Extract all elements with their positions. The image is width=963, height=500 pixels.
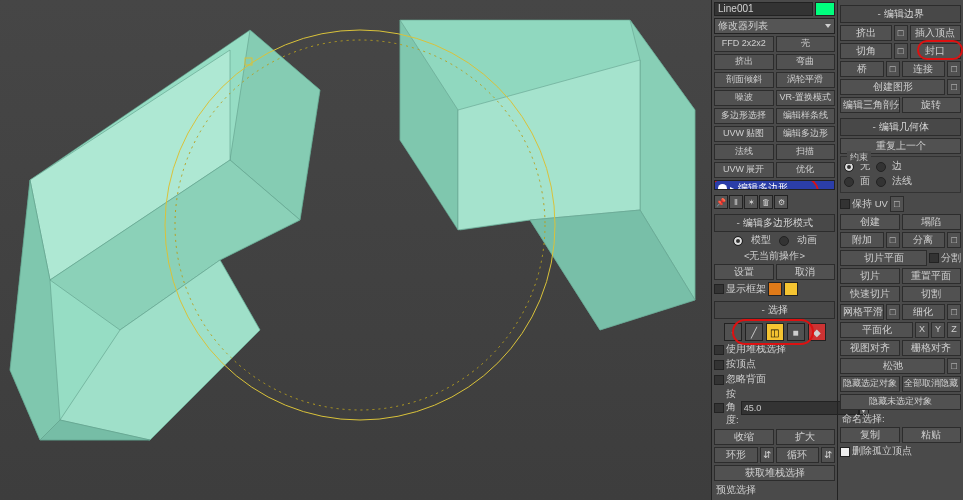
turn-button[interactable]: 旋转: [902, 97, 962, 113]
mod-btn[interactable]: 噪波: [714, 90, 774, 106]
mod-btn[interactable]: 涡轮平滑: [776, 72, 836, 88]
cancel-button[interactable]: 取消: [776, 264, 836, 280]
hide-sel-button[interactable]: 隐藏选定对象: [840, 376, 900, 392]
cut-button[interactable]: 切割: [902, 286, 962, 302]
show-end-icon[interactable]: Ⅱ: [729, 195, 743, 209]
chamfer-button[interactable]: 切角: [840, 43, 892, 59]
ignore-backface-check[interactable]: [714, 375, 724, 385]
rollout-edit-border[interactable]: 编辑边界: [840, 5, 961, 23]
subobj-vertex[interactable]: ∙: [724, 323, 742, 341]
shrink-button[interactable]: 收缩: [714, 429, 774, 445]
subobj-border[interactable]: ◫: [766, 323, 784, 341]
by-angle-check[interactable]: [714, 403, 724, 413]
relax-settings[interactable]: □: [947, 358, 961, 374]
split-check[interactable]: [929, 253, 939, 263]
create-button[interactable]: 创建: [840, 214, 900, 230]
mod-btn[interactable]: UVW 展开: [714, 162, 774, 178]
extrude-button[interactable]: 挤出: [840, 25, 892, 41]
pin-stack-icon[interactable]: 📌: [714, 195, 728, 209]
extrude-settings[interactable]: □: [894, 25, 908, 41]
remove-mod-icon[interactable]: 🗑: [759, 195, 773, 209]
preserve-uv-settings[interactable]: □: [890, 196, 904, 212]
del-iso-check[interactable]: [840, 447, 850, 457]
rollout-selection[interactable]: 选择: [714, 301, 835, 319]
grow-button[interactable]: 扩大: [776, 429, 836, 445]
hide-unsel-button[interactable]: 隐藏未选定对象: [840, 394, 961, 410]
mod-btn[interactable]: 法线: [714, 144, 774, 160]
show-cage-checkbox[interactable]: [714, 284, 724, 294]
constraint-edge[interactable]: [876, 162, 886, 172]
insert-vert-button[interactable]: 插入顶点: [910, 25, 962, 41]
ring-button[interactable]: 环形: [714, 447, 758, 463]
rollout-edit-poly-mode[interactable]: 编辑多边形模式: [714, 214, 835, 232]
chamfer-settings[interactable]: □: [894, 43, 908, 59]
cap-button[interactable]: 封口: [910, 43, 962, 59]
view-align-button[interactable]: 视图对齐: [840, 340, 900, 356]
subobj-poly[interactable]: ■: [787, 323, 805, 341]
cage-color1[interactable]: [768, 282, 782, 296]
tess-settings[interactable]: □: [947, 304, 961, 320]
planar-x[interactable]: X: [915, 322, 929, 338]
collapse-button[interactable]: 塌陷: [902, 214, 962, 230]
slice-button[interactable]: 切片: [840, 268, 900, 284]
mod-btn[interactable]: VR-置换模式: [776, 90, 836, 106]
detach-settings[interactable]: □: [947, 232, 961, 248]
subobj-element[interactable]: ◆: [808, 323, 826, 341]
copy-button[interactable]: 复制: [840, 427, 900, 443]
mod-btn[interactable]: 优化: [776, 162, 836, 178]
constraint-face[interactable]: [844, 177, 854, 187]
rollout-edit-geom[interactable]: 编辑几何体: [840, 118, 961, 136]
mod-btn[interactable]: 剖面倾斜: [714, 72, 774, 88]
tess-button[interactable]: 细化: [902, 304, 946, 320]
mod-btn[interactable]: 扫描: [776, 144, 836, 160]
msmooth-button[interactable]: 网格平滑: [840, 304, 884, 320]
relax-button[interactable]: 松弛: [840, 358, 945, 374]
viewport[interactable]: [0, 0, 711, 500]
mod-btn[interactable]: 编辑样条线: [776, 108, 836, 124]
create-shape-button[interactable]: 创建图形: [840, 79, 945, 95]
edit-tri-button[interactable]: 编辑三角剖分: [840, 97, 900, 113]
bridge-button[interactable]: 桥: [840, 61, 884, 77]
mod-btn[interactable]: 多边形选择: [714, 108, 774, 124]
radio-animate[interactable]: [779, 236, 789, 246]
mod-btn[interactable]: FFD 2x2x2: [714, 36, 774, 52]
msmooth-settings[interactable]: □: [886, 304, 900, 320]
planar-z[interactable]: Z: [947, 322, 961, 338]
use-stack-sel-check[interactable]: [714, 345, 724, 355]
preserve-uv-check[interactable]: [840, 199, 850, 209]
planar-y[interactable]: Y: [931, 322, 945, 338]
paste-button[interactable]: 粘贴: [902, 427, 962, 443]
mod-btn[interactable]: UVW 贴图: [714, 126, 774, 142]
mod-btn[interactable]: 挤出: [714, 54, 774, 70]
mod-btn[interactable]: 编辑多边形: [776, 126, 836, 142]
detach-button[interactable]: 分离: [902, 232, 946, 248]
commit-button[interactable]: 设置: [714, 264, 774, 280]
config-icon[interactable]: ⚙: [774, 195, 788, 209]
mod-btn[interactable]: 壳: [776, 36, 836, 52]
modifier-stack[interactable]: ▸ 编辑多边形 ▸ 剖面倾斜 剖面 Gizmo ▪ Line: [714, 180, 835, 190]
loop-button[interactable]: 循环: [776, 447, 820, 463]
ring-spinner[interactable]: ⇵: [760, 447, 774, 463]
get-stack-sel-button[interactable]: 获取堆栈选择: [714, 465, 835, 481]
unhide-all-button[interactable]: 全部取消隐藏: [902, 376, 962, 392]
connect-button[interactable]: 连接: [902, 61, 946, 77]
attach-list[interactable]: □: [886, 232, 900, 248]
constraint-normal[interactable]: [876, 177, 886, 187]
stack-item-edit-poly[interactable]: ▸ 编辑多边形: [715, 181, 834, 190]
unique-icon[interactable]: ✶: [744, 195, 758, 209]
subobj-edge[interactable]: ╱: [745, 323, 763, 341]
loop-spinner[interactable]: ⇵: [821, 447, 835, 463]
bridge-settings[interactable]: □: [886, 61, 900, 77]
modifier-list-dropdown[interactable]: 修改器列表: [714, 18, 835, 34]
quickslice-button[interactable]: 快速切片: [840, 286, 900, 302]
grid-align-button[interactable]: 栅格对齐: [902, 340, 962, 356]
create-shape-settings[interactable]: □: [947, 79, 961, 95]
mod-btn[interactable]: 弯曲: [776, 54, 836, 70]
attach-button[interactable]: 附加: [840, 232, 884, 248]
radio-model[interactable]: [733, 236, 743, 246]
object-name-field[interactable]: Line001: [714, 2, 813, 16]
planarize-button[interactable]: 平面化: [840, 322, 913, 338]
connect-settings[interactable]: □: [947, 61, 961, 77]
by-vertex-check[interactable]: [714, 360, 724, 370]
object-color-swatch[interactable]: [815, 2, 835, 16]
